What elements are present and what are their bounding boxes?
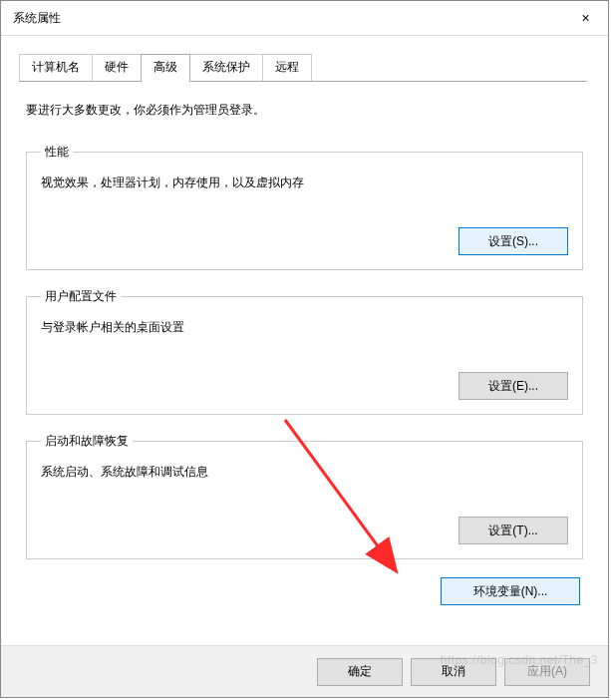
tab-system-protection[interactable]: 系统保护 bbox=[189, 54, 263, 81]
performance-legend: 性能 bbox=[41, 144, 73, 161]
admin-notice: 要进行大多数更改，你必须作为管理员登录。 bbox=[26, 102, 583, 119]
user-profiles-settings-button[interactable]: 设置(E)... bbox=[458, 372, 568, 400]
performance-group: 性能 视觉效果，处理器计划，内存使用，以及虚拟内存 设置(S)... bbox=[26, 144, 583, 270]
startup-recovery-legend: 启动和故障恢复 bbox=[41, 433, 133, 450]
user-profiles-legend: 用户配置文件 bbox=[41, 288, 121, 305]
watermark-text: https://blog.csdn.net/The_3 bbox=[441, 653, 598, 667]
close-icon: × bbox=[581, 10, 589, 26]
environment-variables-button[interactable]: 环境变量(N)... bbox=[441, 577, 580, 605]
tab-advanced[interactable]: 高级 bbox=[141, 54, 190, 82]
tab-remote[interactable]: 远程 bbox=[262, 54, 312, 81]
startup-recovery-group: 启动和故障恢复 系统启动、系统故障和调试信息 设置(T)... bbox=[26, 433, 583, 559]
close-button[interactable]: × bbox=[563, 1, 608, 36]
system-properties-window: 系统属性 × 计算机名 硬件 高级 系统保护 远程 要进行大多数更改，你必须作为… bbox=[0, 0, 609, 698]
performance-settings-button[interactable]: 设置(S)... bbox=[458, 227, 568, 255]
tab-computer-name[interactable]: 计算机名 bbox=[19, 54, 93, 81]
ok-button[interactable]: 确定 bbox=[317, 658, 403, 686]
performance-text: 视觉效果，处理器计划，内存使用，以及虚拟内存 bbox=[41, 175, 568, 191]
startup-recovery-settings-button[interactable]: 设置(T)... bbox=[458, 517, 568, 544]
tabstrip: 计算机名 硬件 高级 系统保护 远程 bbox=[19, 54, 608, 81]
tab-hardware[interactable]: 硬件 bbox=[92, 54, 142, 81]
user-profiles-group: 用户配置文件 与登录帐户相关的桌面设置 设置(E)... bbox=[26, 288, 583, 415]
tab-content-advanced: 要进行大多数更改，你必须作为管理员登录。 性能 视觉效果，处理器计划，内存使用，… bbox=[1, 82, 608, 615]
window-title: 系统属性 bbox=[13, 10, 61, 27]
titlebar: 系统属性 × bbox=[1, 1, 608, 36]
user-profiles-text: 与登录帐户相关的桌面设置 bbox=[41, 319, 568, 336]
startup-recovery-text: 系统启动、系统故障和调试信息 bbox=[41, 464, 568, 481]
